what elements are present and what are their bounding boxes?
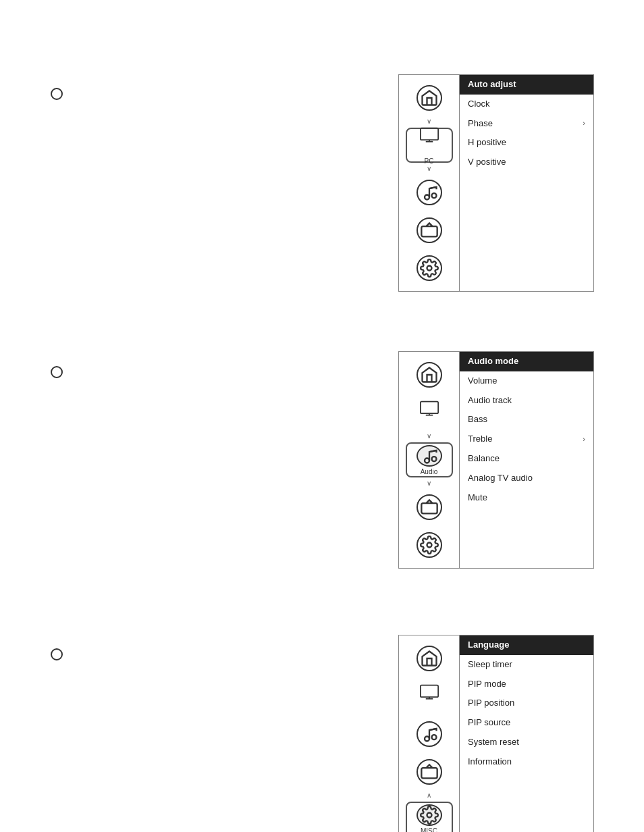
home-icon-3 [417,646,442,671]
audio-label: Audio [421,468,438,475]
menu-item-audio-mode[interactable]: Audio mode [460,352,593,371]
chevron-phase: › [583,118,585,130]
bullet-3 [51,648,63,660]
pc-icon-column: ∨ PC ∨ [399,75,460,291]
menu-item-bass[interactable]: Bass [460,410,593,430]
misc-icon-column: ∧ MISC ∨ [399,635,460,832]
icon-item-tv-1[interactable] [406,213,453,248]
music-icon-3 [417,721,442,747]
svg-point-4 [431,193,436,198]
menu-item-analog-tv-audio[interactable]: Analog TV audio [460,469,593,488]
menu-item-language[interactable]: Language [460,635,593,655]
menu-item-mute[interactable]: Mute [460,488,593,508]
audio-menu-column: Audio mode Volume Audio track Bass Trebl… [460,352,593,568]
svg-point-12 [431,457,436,461]
tv-icon-2 [417,494,442,520]
svg-rect-16 [420,685,437,698]
svg-line-21 [429,729,437,730]
tv-icon-1 [417,217,442,243]
menu-item-auto-adjust[interactable]: Auto adjust [460,75,593,95]
icon-item-home-3[interactable] [406,641,453,676]
arrow-down-2: ∨ [427,433,431,440]
svg-rect-0 [420,128,437,140]
settings-icon-2 [417,532,442,558]
menu-item-pip-source[interactable]: PIP source [460,713,593,733]
menu-item-v-positive[interactable]: V positive [460,153,593,172]
pc-panel: ∨ PC ∨ [398,74,594,292]
svg-line-5 [429,187,437,188]
menu-item-treble[interactable]: Treble › [460,430,593,449]
pc-menu-column: Auto adjust Clock Phase › H positive V p… [460,75,593,291]
bullet-1 [51,88,63,100]
misc-label: MISC [421,827,437,833]
misc-menu-column: Language Sleep timer PIP mode PIP positi… [460,635,593,832]
menu-item-balance[interactable]: Balance [460,449,593,469]
pc-label: PC [425,157,434,165]
audio-panel: ∨ Audio ∨ [398,351,594,569]
menu-item-audio-track[interactable]: Audio track [460,391,593,411]
audio-icon [417,445,442,467]
menu-item-pip-position[interactable]: PIP position [460,694,593,713]
misc-icon [417,804,442,826]
arrow-down-2b: ∨ [427,480,431,487]
icon-item-home-2[interactable] [406,357,453,392]
chevron-treble: › [583,434,585,446]
menu-item-information[interactable]: Information [460,752,593,772]
bullet-2 [51,366,63,378]
svg-point-7 [427,266,431,271]
icon-item-music-3[interactable] [406,717,453,752]
misc-panel: ∧ MISC ∨ Language Sleep timer PIP mode P… [398,635,594,832]
icon-item-pc[interactable]: PC [406,128,453,163]
svg-rect-22 [421,768,437,778]
menu-item-h-positive[interactable]: H positive [460,133,593,153]
menu-item-system-reset[interactable]: System reset [460,733,593,752]
home-icon-1 [417,85,442,111]
audio-icon-column: ∨ Audio ∨ [399,352,460,568]
settings-icon-1 [417,255,442,281]
icon-item-monitor-3[interactable] [406,679,453,714]
menu-item-volume[interactable]: Volume [460,371,593,391]
svg-point-20 [431,735,436,739]
icon-item-tv-3[interactable] [406,754,453,789]
menu-item-phase[interactable]: Phase › [460,114,593,134]
svg-line-13 [429,450,437,451]
arrow-down-1b: ∨ [427,165,431,172]
svg-rect-8 [420,402,437,414]
icon-item-audio[interactable]: Audio [406,442,453,477]
arrow-up-3: ∧ [427,792,431,799]
menu-item-sleep-timer[interactable]: Sleep timer [460,655,593,675]
icon-item-monitor-2[interactable] [406,395,453,430]
menu-item-pip-mode[interactable]: PIP mode [460,675,593,694]
icon-item-misc[interactable]: MISC [406,802,453,832]
arrow-down-1: ∨ [427,118,431,125]
svg-point-15 [427,543,431,548]
icon-item-settings-2[interactable] [406,527,453,563]
svg-rect-6 [421,226,437,236]
tv-icon-3 [417,759,442,785]
svg-rect-14 [421,503,437,513]
music-icon-1 [417,180,442,205]
icon-item-settings-1[interactable] [406,251,453,286]
icon-item-home-1[interactable] [406,80,453,115]
icon-item-music-1[interactable] [406,175,453,210]
icon-item-tv-2[interactable] [406,490,453,525]
home-icon-2 [417,362,442,388]
menu-item-clock[interactable]: Clock [460,95,593,114]
svg-point-23 [427,812,431,817]
